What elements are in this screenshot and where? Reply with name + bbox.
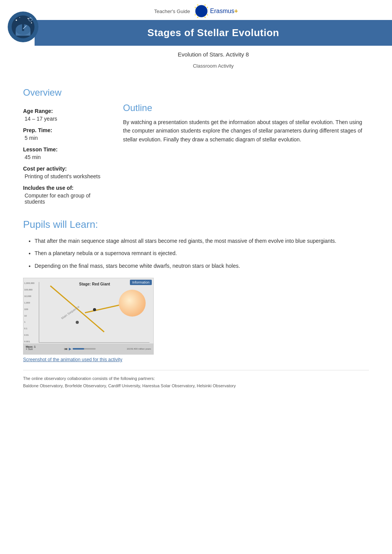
age-range-label: Age Range:: [23, 108, 108, 114]
footer: The online observatory collaboration con…: [23, 370, 369, 389]
list-item: That after the main sequence stage almos…: [35, 237, 369, 245]
screenshot-caption: Screenshot of the animation used for thi…: [23, 357, 369, 362]
activity-type: Classroom Activity: [0, 59, 392, 76]
progress-bar[interactable]: [73, 348, 96, 350]
rewind-icon[interactable]: ⏮: [64, 347, 68, 351]
prep-time-value: 5 min: [25, 135, 108, 141]
lesson-time-value: 45 min: [25, 154, 108, 160]
top-bar: Teacher's Guide Erasmus+: [0, 0, 392, 20]
red-giant-circle: [119, 290, 146, 317]
time-label: 10153.400 million years: [127, 348, 151, 350]
play-icon[interactable]: ▶: [69, 347, 71, 351]
pupils-section: Pupils will Learn: That after the main s…: [23, 219, 369, 362]
svg-rect-4: [22, 24, 24, 31]
overview-title: Overview: [23, 87, 369, 98]
cost-value: Printing of student's worksheets: [25, 173, 108, 179]
erasmus-logo: Erasmus+: [195, 5, 238, 18]
svg-point-11: [30, 17, 32, 19]
prep-time-label: Prep. Time:: [23, 127, 108, 133]
includes-label: Includes the use of:: [23, 185, 108, 191]
footer-line2: Baldone Observatory, Brorfelde Observato…: [23, 382, 369, 390]
pupils-list: That after the main sequence stage almos…: [23, 237, 369, 270]
pupils-item-2: Then a planetary nebula or a supernova r…: [35, 250, 177, 256]
age-range-value: 14 – 17 years: [25, 116, 108, 122]
hr-diagram-svg: Main Sequence: [39, 282, 135, 342]
x-axis: [39, 342, 149, 343]
svg-point-12: [195, 5, 208, 17]
cost-label: Cost per activity:: [23, 166, 108, 172]
svg-point-28: [76, 321, 79, 324]
outline-section: Outline By watching a presentation stude…: [123, 103, 369, 207]
list-item: Depending on the final mass, stars becom…: [35, 262, 369, 270]
pupils-item-3: Depending on the final mass, stars becom…: [35, 263, 240, 269]
page-title: Stages of Stellar Evolution: [148, 27, 279, 38]
svg-point-8: [31, 22, 32, 23]
svg-point-27: [93, 308, 96, 311]
outline-text: By watching a presentation students get …: [123, 118, 369, 144]
animation-screenshot: Information Stage: Red Giant 1,000,000 1…: [23, 278, 154, 355]
svg-line-26: [85, 305, 120, 313]
subtitle: Evolution of Stars. Activity 8: [0, 46, 392, 59]
erasmus-name: Erasmus: [210, 8, 234, 14]
overview-outline-columns: Age Range: 14 – 17 years Prep. Time: 5 m…: [23, 103, 369, 207]
overview-details: Age Range: 14 – 17 years Prep. Time: 5 m…: [23, 103, 108, 207]
erasmus-flag-icon: [195, 5, 208, 18]
includes-value: Computer for each group of students: [25, 192, 108, 205]
y-axis-labels: 1,000,000 100,000 10,000 1,000 100 10 1 …: [24, 282, 35, 343]
svg-text:Main Sequence: Main Sequence: [61, 305, 80, 320]
outline-title: Outline: [123, 103, 369, 113]
pupils-title: Pupils will Learn:: [23, 219, 369, 231]
svg-point-7: [19, 17, 20, 18]
mass-label: Mass: 1: [26, 345, 36, 348]
overview-section: Overview Age Range: 14 – 17 years Prep. …: [23, 87, 369, 207]
list-item: Then a planetary nebula or a supernova r…: [35, 249, 369, 257]
erasmus-plus-sign: +: [234, 8, 238, 14]
main-content: Overview Age Range: 14 – 17 years Prep. …: [0, 76, 392, 397]
footer-line1: The online observatory collaboration con…: [23, 375, 369, 382]
observatory-logo: [8, 12, 38, 42]
pupils-item-1: That after the main sequence stage almos…: [35, 238, 336, 244]
controls-bar: Mass: 1 × Sun ⏮ ▶ 10153.400 million year…: [23, 343, 153, 354]
svg-point-5: [16, 20, 17, 21]
erasmus-text: Erasmus+: [210, 8, 238, 15]
svg-point-6: [28, 18, 29, 19]
lesson-time-label: Lesson Time:: [23, 146, 108, 153]
title-banner: Stages of Stellar Evolution: [35, 20, 392, 46]
guide-label: Teacher's Guide: [154, 8, 190, 14]
